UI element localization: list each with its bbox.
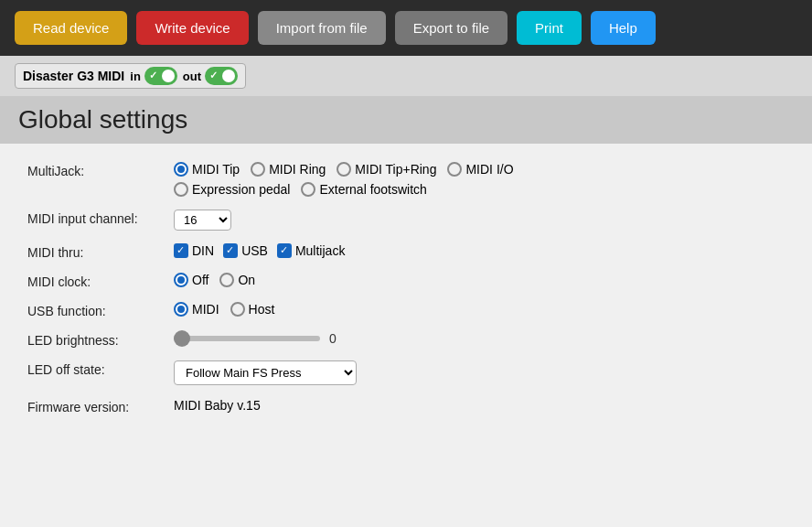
radio-midi-tip[interactable] — [174, 162, 188, 177]
device-name: Disaster G3 MIDI — [23, 69, 124, 83]
multijack-option-midi-tip[interactable]: MIDI Tip — [174, 162, 240, 177]
midi-out-toggle[interactable]: ✓ — [205, 67, 238, 85]
usb-function-midi[interactable]: MIDI — [174, 302, 219, 317]
midi-input-channel-label: MIDI input channel: — [27, 210, 174, 226]
radio-clock-off[interactable] — [174, 273, 188, 287]
firmware-version-control: MIDI Baby v.15 — [174, 398, 261, 413]
multijack-option-midi-ring-label: MIDI Ring — [269, 162, 326, 177]
led-brightness-label: LED brightness: — [27, 331, 174, 348]
midi-clock-control: Off On — [174, 273, 255, 287]
multijack-option-external-footswitch-label: External footswitch — [319, 182, 427, 197]
led-brightness-value: 0 — [329, 331, 337, 346]
section-header: Global settings — [0, 96, 812, 144]
midi-clock-row: MIDI clock: Off On — [27, 273, 785, 289]
export-to-file-button[interactable]: Export to file — [395, 11, 508, 45]
multijack-option-midi-tip-label: MIDI Tip — [192, 162, 240, 177]
midi-clock-off-label: Off — [192, 273, 208, 287]
toolbar: Read device Write device Import from fil… — [0, 0, 812, 56]
led-off-state-label: LED off state: — [27, 360, 174, 377]
midi-out-label: out — [183, 70, 201, 83]
radio-midi-io[interactable] — [447, 162, 462, 177]
usb-function-host[interactable]: Host — [230, 302, 275, 317]
midi-in-toggle-group: in ✓ — [130, 67, 177, 85]
multijack-option-midi-ring[interactable]: MIDI Ring — [251, 162, 326, 177]
multijack-option-external-footswitch[interactable]: External footswitch — [301, 182, 427, 197]
multijack-option-midi-io[interactable]: MIDI I/O — [447, 162, 513, 177]
multijack-option-midi-io-label: MIDI I/O — [465, 162, 513, 177]
midi-input-channel-select[interactable]: 1234 5678 9101112 13141516 — [174, 210, 231, 231]
midi-clock-on[interactable]: On — [219, 273, 255, 287]
midi-in-check-icon: ✓ — [149, 70, 157, 81]
firmware-version-label: Firmware version: — [27, 398, 174, 414]
midi-out-toggle-group: out ✓ — [183, 67, 238, 85]
led-off-state-select[interactable]: Follow Main FS Press Always Off Always O… — [174, 360, 357, 385]
read-device-button[interactable]: Read device — [15, 11, 127, 45]
midi-thru-usb[interactable]: USB — [223, 243, 268, 258]
firmware-version-row: Firmware version: MIDI Baby v.15 — [27, 398, 785, 414]
led-off-state-row: LED off state: Follow Main FS Press Alwa… — [27, 360, 785, 385]
midi-thru-multijack[interactable]: Multijack — [277, 243, 345, 258]
radio-midi-tip-ring[interactable] — [337, 162, 351, 177]
checkbox-usb[interactable] — [223, 243, 238, 258]
midi-clock-on-label: On — [238, 273, 255, 287]
midi-thru-multijack-label: Multijack — [295, 243, 345, 258]
device-label: Disaster G3 MIDI in ✓ out ✓ — [15, 63, 246, 89]
multijack-row: MultiJack: MIDI Tip MIDI Ring MIDI Tip+R… — [27, 162, 785, 197]
multijack-option-expression-pedal[interactable]: Expression pedal — [174, 182, 290, 197]
multijack-option-midi-tip-ring[interactable]: MIDI Tip+Ring — [337, 162, 436, 177]
midi-in-toggle[interactable]: ✓ — [144, 67, 177, 85]
print-button[interactable]: Print — [517, 11, 582, 45]
midi-input-channel-control: 1234 5678 9101112 13141516 — [174, 210, 231, 231]
radio-midi-ring[interactable] — [251, 162, 265, 177]
led-brightness-slider[interactable] — [174, 336, 320, 341]
led-off-state-control: Follow Main FS Press Always Off Always O… — [174, 360, 357, 385]
radio-expression-pedal[interactable] — [174, 182, 188, 197]
led-brightness-row: LED brightness: 0 — [27, 331, 785, 348]
firmware-version-value: MIDI Baby v.15 — [174, 398, 261, 413]
multijack-row-2: Expression pedal External footswitch — [174, 182, 514, 197]
multijack-control: MIDI Tip MIDI Ring MIDI Tip+Ring MIDI I/… — [174, 162, 514, 197]
multijack-row-1: MIDI Tip MIDI Ring MIDI Tip+Ring MIDI I/… — [174, 162, 514, 177]
radio-external-footswitch[interactable] — [301, 182, 315, 197]
checkbox-din[interactable] — [174, 243, 188, 258]
multijack-group: MIDI Tip MIDI Ring MIDI Tip+Ring MIDI I/… — [174, 162, 514, 197]
checkbox-multijack[interactable] — [277, 243, 292, 258]
help-button[interactable]: Help — [591, 11, 656, 45]
content: MultiJack: MIDI Tip MIDI Ring MIDI Tip+R… — [0, 144, 812, 446]
usb-function-midi-label: MIDI — [192, 302, 219, 317]
multijack-option-expression-pedal-label: Expression pedal — [192, 182, 290, 197]
device-bar: Disaster G3 MIDI in ✓ out ✓ — [0, 56, 812, 96]
midi-in-label: in — [130, 70, 141, 83]
midi-thru-control: DIN USB Multijack — [174, 243, 345, 258]
radio-clock-on[interactable] — [219, 273, 234, 287]
midi-thru-usb-label: USB — [241, 243, 268, 258]
multijack-label: MultiJack: — [27, 162, 174, 178]
write-device-button[interactable]: Write device — [136, 11, 248, 45]
multijack-option-midi-tip-ring-label: MIDI Tip+Ring — [355, 162, 436, 177]
usb-function-control: MIDI Host — [174, 302, 274, 317]
midi-clock-label: MIDI clock: — [27, 273, 174, 289]
led-brightness-control: 0 — [174, 331, 337, 346]
midi-thru-din[interactable]: DIN — [174, 243, 214, 258]
midi-out-check-icon: ✓ — [209, 70, 218, 81]
radio-usb-midi[interactable] — [174, 302, 188, 317]
usb-function-host-label: Host — [249, 302, 275, 317]
usb-function-row: USB function: MIDI Host — [27, 302, 785, 318]
midi-input-channel-row: MIDI input channel: 1234 5678 9101112 13… — [27, 210, 785, 231]
usb-function-label: USB function: — [27, 302, 174, 318]
midi-clock-off[interactable]: Off — [174, 273, 208, 287]
midi-thru-row: MIDI thru: DIN USB Multijack — [27, 243, 785, 260]
midi-thru-din-label: DIN — [192, 243, 214, 258]
midi-thru-label: MIDI thru: — [27, 243, 174, 260]
radio-usb-host[interactable] — [230, 302, 245, 317]
section-title: Global settings — [18, 105, 794, 134]
import-from-file-button[interactable]: Import from file — [258, 11, 386, 45]
